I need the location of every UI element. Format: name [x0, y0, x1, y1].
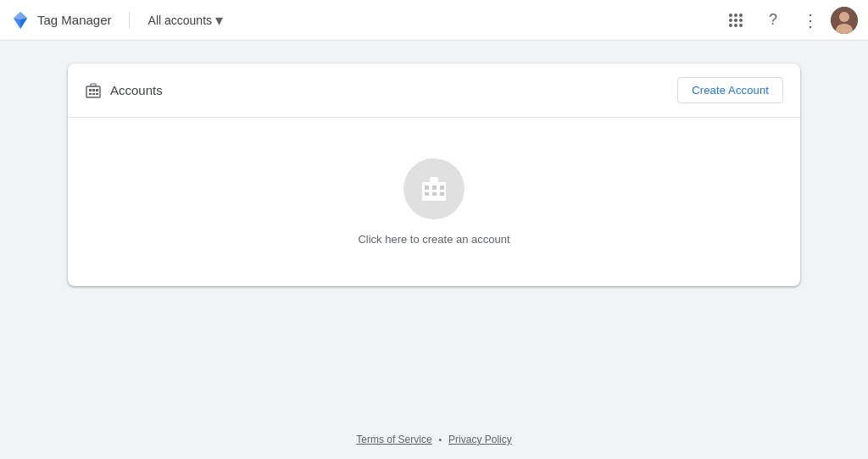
- all-accounts-label: All accounts: [148, 14, 212, 27]
- all-accounts-dropdown[interactable]: All accounts ▾: [143, 8, 228, 33]
- create-account-button[interactable]: Create Account: [677, 77, 783, 103]
- terms-of-service-link[interactable]: Terms of Service: [356, 434, 431, 445]
- empty-state[interactable]: Click here to create an account: [68, 118, 800, 286]
- help-icon: ?: [769, 11, 777, 29]
- svg-rect-14: [432, 185, 437, 190]
- svg-rect-13: [425, 185, 429, 190]
- svg-rect-17: [432, 192, 437, 196]
- accounts-card: Accounts Create Account Click here to cr…: [68, 64, 800, 286]
- svg-rect-12: [422, 182, 446, 201]
- svg-rect-8: [89, 93, 92, 95]
- svg-rect-19: [430, 177, 438, 182]
- empty-state-text: Click here to create an account: [358, 233, 509, 246]
- avatar-image: [831, 7, 858, 34]
- privacy-policy-link[interactable]: Privacy Policy: [448, 434, 512, 445]
- footer-separator: •: [439, 435, 442, 445]
- header-right: ? ⋮: [719, 3, 858, 37]
- tag-manager-logo: [10, 10, 31, 30]
- app-header: Tag Manager All accounts ▾ ?: [0, 0, 868, 41]
- chevron-down-icon: ▾: [215, 11, 223, 30]
- help-button[interactable]: ?: [756, 3, 790, 37]
- svg-rect-16: [425, 192, 429, 196]
- accounts-icon: [85, 82, 102, 99]
- header-divider: [129, 12, 130, 29]
- main-content: Accounts Create Account Click here to cr…: [0, 43, 868, 307]
- svg-marker-0: [14, 12, 27, 19]
- svg-rect-15: [440, 185, 444, 190]
- more-options-button[interactable]: ⋮: [793, 3, 827, 37]
- svg-rect-7: [96, 89, 98, 91]
- apps-grid-icon: [729, 14, 743, 27]
- app-name: Tag Manager: [37, 13, 112, 27]
- svg-rect-9: [92, 93, 95, 95]
- accounts-card-title: Accounts: [85, 82, 163, 99]
- accounts-title: Accounts: [110, 83, 163, 97]
- svg-rect-5: [89, 89, 92, 91]
- user-avatar[interactable]: [831, 7, 858, 34]
- empty-accounts-icon: [419, 174, 449, 204]
- apps-button[interactable]: [719, 3, 753, 37]
- accounts-card-header: Accounts Create Account: [68, 64, 800, 118]
- header-left: Tag Manager All accounts ▾: [10, 8, 719, 33]
- svg-rect-6: [92, 89, 95, 91]
- svg-rect-4: [86, 86, 100, 97]
- svg-rect-18: [440, 192, 444, 196]
- svg-rect-11: [91, 84, 96, 86]
- empty-state-circle-icon: [403, 158, 465, 219]
- svg-point-2: [839, 12, 849, 22]
- more-icon: ⋮: [802, 10, 820, 30]
- svg-rect-10: [96, 93, 98, 95]
- page-footer: Terms of Service • Privacy Policy: [0, 434, 868, 445]
